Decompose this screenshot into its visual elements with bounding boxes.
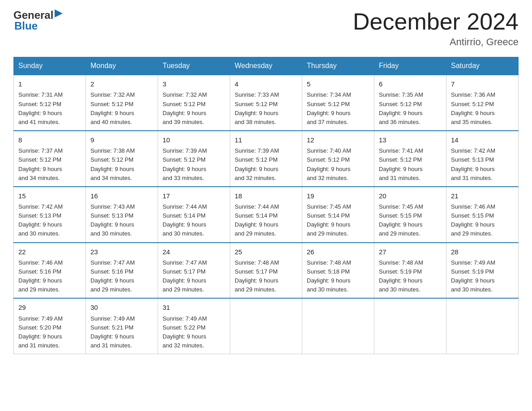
day-info: Sunrise: 7:31 AMSunset: 5:12 PMDaylight:… bbox=[18, 90, 81, 127]
calendar-cell: 16Sunrise: 7:43 AMSunset: 5:13 PMDayligh… bbox=[86, 187, 158, 243]
calendar-cell: 25Sunrise: 7:48 AMSunset: 5:17 PMDayligh… bbox=[230, 243, 302, 299]
day-info: Sunrise: 7:46 AMSunset: 5:15 PMDaylight:… bbox=[451, 202, 514, 239]
calendar-cell bbox=[230, 298, 302, 354]
day-number: 10 bbox=[163, 135, 225, 145]
day-info: Sunrise: 7:40 AMSunset: 5:12 PMDaylight:… bbox=[307, 146, 369, 183]
header-sunday: Sunday bbox=[14, 57, 86, 75]
logo-arrow-icon bbox=[55, 9, 63, 19]
day-number: 12 bbox=[307, 135, 369, 145]
day-number: 5 bbox=[307, 79, 369, 89]
header-monday: Monday bbox=[86, 57, 158, 75]
calendar-cell: 14Sunrise: 7:42 AMSunset: 5:13 PMDayligh… bbox=[446, 131, 519, 187]
day-info: Sunrise: 7:39 AMSunset: 5:12 PMDaylight:… bbox=[235, 146, 297, 183]
header-wednesday: Wednesday bbox=[230, 57, 302, 75]
subtitle: Antirrio, Greece bbox=[353, 36, 519, 48]
svg-marker-0 bbox=[55, 9, 63, 17]
week-row-5: 29Sunrise: 7:49 AMSunset: 5:20 PMDayligh… bbox=[14, 298, 519, 354]
day-info: Sunrise: 7:48 AMSunset: 5:18 PMDaylight:… bbox=[307, 258, 369, 295]
day-info: Sunrise: 7:35 AMSunset: 5:12 PMDaylight:… bbox=[379, 90, 442, 127]
day-number: 1 bbox=[18, 79, 81, 89]
week-row-3: 15Sunrise: 7:42 AMSunset: 5:13 PMDayligh… bbox=[14, 187, 519, 243]
day-number: 19 bbox=[307, 191, 369, 201]
calendar-cell: 9Sunrise: 7:38 AMSunset: 5:12 PMDaylight… bbox=[86, 131, 158, 187]
calendar-cell: 26Sunrise: 7:48 AMSunset: 5:18 PMDayligh… bbox=[302, 243, 374, 299]
day-number: 9 bbox=[90, 135, 153, 145]
calendar-cell: 5Sunrise: 7:34 AMSunset: 5:12 PMDaylight… bbox=[302, 75, 374, 131]
day-info: Sunrise: 7:37 AMSunset: 5:12 PMDaylight:… bbox=[18, 146, 81, 183]
day-number: 31 bbox=[163, 302, 225, 313]
day-number: 11 bbox=[235, 135, 297, 145]
calendar-cell: 31Sunrise: 7:49 AMSunset: 5:22 PMDayligh… bbox=[158, 298, 230, 354]
calendar-cell: 30Sunrise: 7:49 AMSunset: 5:21 PMDayligh… bbox=[86, 298, 158, 354]
day-number: 26 bbox=[307, 247, 369, 257]
logo: General Blue bbox=[13, 9, 63, 32]
calendar-cell: 12Sunrise: 7:40 AMSunset: 5:12 PMDayligh… bbox=[302, 131, 374, 187]
day-number: 14 bbox=[451, 135, 514, 145]
day-info: Sunrise: 7:49 AMSunset: 5:21 PMDaylight:… bbox=[90, 314, 153, 351]
calendar-cell: 29Sunrise: 7:49 AMSunset: 5:20 PMDayligh… bbox=[14, 298, 86, 354]
day-number: 20 bbox=[379, 191, 442, 201]
calendar-cell: 11Sunrise: 7:39 AMSunset: 5:12 PMDayligh… bbox=[230, 131, 302, 187]
main-title: December 2024 bbox=[353, 9, 519, 34]
calendar-cell: 15Sunrise: 7:42 AMSunset: 5:13 PMDayligh… bbox=[14, 187, 86, 243]
week-row-4: 22Sunrise: 7:46 AMSunset: 5:16 PMDayligh… bbox=[14, 243, 519, 299]
calendar-cell: 21Sunrise: 7:46 AMSunset: 5:15 PMDayligh… bbox=[446, 187, 519, 243]
calendar-cell: 13Sunrise: 7:41 AMSunset: 5:12 PMDayligh… bbox=[374, 131, 446, 187]
day-info: Sunrise: 7:32 AMSunset: 5:12 PMDaylight:… bbox=[90, 90, 153, 127]
day-info: Sunrise: 7:42 AMSunset: 5:13 PMDaylight:… bbox=[451, 146, 514, 183]
day-info: Sunrise: 7:43 AMSunset: 5:13 PMDaylight:… bbox=[90, 202, 153, 239]
calendar-cell: 17Sunrise: 7:44 AMSunset: 5:14 PMDayligh… bbox=[158, 187, 230, 243]
day-info: Sunrise: 7:32 AMSunset: 5:12 PMDaylight:… bbox=[163, 90, 225, 127]
day-number: 25 bbox=[235, 247, 297, 257]
day-info: Sunrise: 7:47 AMSunset: 5:17 PMDaylight:… bbox=[163, 258, 225, 295]
day-number: 23 bbox=[90, 247, 153, 257]
calendar-cell: 7Sunrise: 7:36 AMSunset: 5:12 PMDaylight… bbox=[446, 75, 519, 131]
day-info: Sunrise: 7:41 AMSunset: 5:12 PMDaylight:… bbox=[379, 146, 442, 183]
calendar-cell bbox=[374, 298, 446, 354]
day-info: Sunrise: 7:49 AMSunset: 5:22 PMDaylight:… bbox=[163, 314, 225, 351]
calendar-cell: 4Sunrise: 7:33 AMSunset: 5:12 PMDaylight… bbox=[230, 75, 302, 131]
day-number: 16 bbox=[90, 191, 153, 201]
calendar-cell bbox=[302, 298, 374, 354]
calendar-cell: 23Sunrise: 7:47 AMSunset: 5:16 PMDayligh… bbox=[86, 243, 158, 299]
day-number: 27 bbox=[379, 247, 442, 257]
day-info: Sunrise: 7:44 AMSunset: 5:14 PMDaylight:… bbox=[235, 202, 297, 239]
calendar-table: SundayMondayTuesdayWednesdayThursdayFrid… bbox=[13, 57, 519, 354]
calendar-cell: 1Sunrise: 7:31 AMSunset: 5:12 PMDaylight… bbox=[14, 75, 86, 131]
week-row-1: 1Sunrise: 7:31 AMSunset: 5:12 PMDaylight… bbox=[14, 75, 519, 131]
day-info: Sunrise: 7:39 AMSunset: 5:12 PMDaylight:… bbox=[163, 146, 225, 183]
calendar-cell: 20Sunrise: 7:45 AMSunset: 5:15 PMDayligh… bbox=[374, 187, 446, 243]
day-info: Sunrise: 7:34 AMSunset: 5:12 PMDaylight:… bbox=[307, 90, 369, 127]
day-info: Sunrise: 7:49 AMSunset: 5:20 PMDaylight:… bbox=[18, 314, 81, 351]
page-header: General Blue December 2024 Antirrio, Gre… bbox=[13, 9, 519, 48]
day-info: Sunrise: 7:48 AMSunset: 5:17 PMDaylight:… bbox=[235, 258, 297, 295]
day-number: 28 bbox=[451, 247, 514, 257]
calendar-cell: 19Sunrise: 7:45 AMSunset: 5:14 PMDayligh… bbox=[302, 187, 374, 243]
day-number: 22 bbox=[18, 247, 81, 257]
day-info: Sunrise: 7:49 AMSunset: 5:19 PMDaylight:… bbox=[451, 258, 514, 295]
day-number: 15 bbox=[18, 191, 81, 201]
calendar-cell: 28Sunrise: 7:49 AMSunset: 5:19 PMDayligh… bbox=[446, 243, 519, 299]
calendar-header-row: SundayMondayTuesdayWednesdayThursdayFrid… bbox=[14, 57, 519, 75]
day-number: 6 bbox=[379, 79, 442, 89]
calendar-cell: 18Sunrise: 7:44 AMSunset: 5:14 PMDayligh… bbox=[230, 187, 302, 243]
day-number: 2 bbox=[90, 79, 153, 89]
day-info: Sunrise: 7:38 AMSunset: 5:12 PMDaylight:… bbox=[90, 146, 153, 183]
day-number: 13 bbox=[379, 135, 442, 145]
day-info: Sunrise: 7:48 AMSunset: 5:19 PMDaylight:… bbox=[379, 258, 442, 295]
day-info: Sunrise: 7:47 AMSunset: 5:16 PMDaylight:… bbox=[90, 258, 153, 295]
logo-blue-text: Blue bbox=[14, 20, 38, 32]
day-number: 24 bbox=[163, 247, 225, 257]
day-info: Sunrise: 7:45 AMSunset: 5:14 PMDaylight:… bbox=[307, 202, 369, 239]
header-thursday: Thursday bbox=[302, 57, 374, 75]
day-number: 18 bbox=[235, 191, 297, 201]
day-info: Sunrise: 7:44 AMSunset: 5:14 PMDaylight:… bbox=[163, 202, 225, 239]
day-number: 7 bbox=[451, 79, 514, 89]
day-info: Sunrise: 7:33 AMSunset: 5:12 PMDaylight:… bbox=[235, 90, 297, 127]
week-row-2: 8Sunrise: 7:37 AMSunset: 5:12 PMDaylight… bbox=[14, 131, 519, 187]
header-saturday: Saturday bbox=[446, 57, 519, 75]
day-info: Sunrise: 7:46 AMSunset: 5:16 PMDaylight:… bbox=[18, 258, 81, 295]
day-number: 3 bbox=[163, 79, 225, 89]
day-info: Sunrise: 7:36 AMSunset: 5:12 PMDaylight:… bbox=[451, 90, 514, 127]
day-number: 8 bbox=[18, 135, 81, 145]
